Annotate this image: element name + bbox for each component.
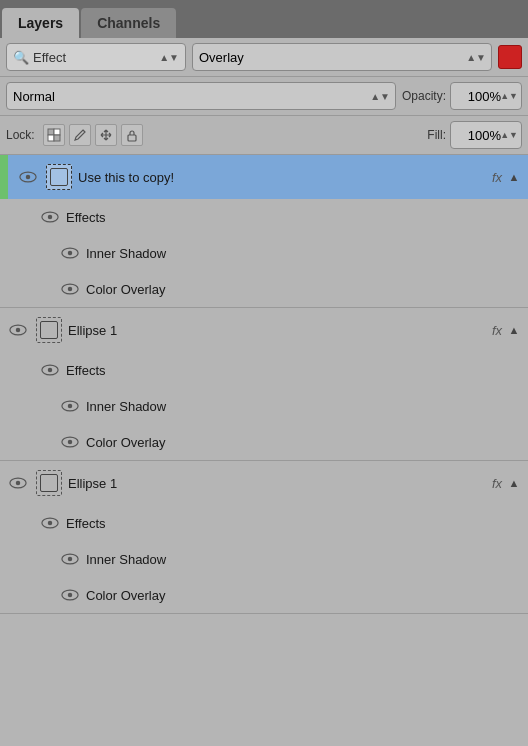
layer-visibility-1[interactable]: [16, 165, 40, 189]
effect-label-2-3: Color Overlay: [86, 435, 165, 450]
effect-label-2-1: Effects: [66, 363, 106, 378]
effect-visibility-2-2[interactable]: [60, 396, 80, 416]
toolbar-row1: 🔍 Effect ▲▼ Overlay Normal Multiply ▲▼: [0, 38, 528, 77]
layers-list: Use this to copy!fx▲ Effects Inner Shado…: [0, 155, 528, 614]
lock-icon: [125, 128, 139, 142]
effect-label-3-3: Color Overlay: [86, 588, 165, 603]
layer-thumbnail-2: [36, 317, 62, 343]
layer-thumbnail-1: [46, 164, 72, 190]
svg-point-16: [48, 368, 53, 373]
overlay-select-wrapper: Overlay Normal Multiply ▲▼: [192, 43, 492, 71]
svg-point-8: [48, 215, 53, 220]
effect-label-3-1: Effects: [66, 516, 106, 531]
svg-point-18: [68, 404, 73, 409]
effect-label-1-3: Color Overlay: [86, 282, 165, 297]
lock-transparency-button[interactable]: [43, 124, 65, 146]
svg-point-22: [16, 481, 21, 486]
blend-mode-select[interactable]: Normal Multiply Screen: [6, 82, 396, 110]
effect-label-2-2: Inner Shadow: [86, 399, 166, 414]
effect-visibility-1-3[interactable]: [60, 279, 80, 299]
effect-visibility-3-1[interactable]: [40, 513, 60, 533]
effect-row-1-3[interactable]: Color Overlay: [0, 271, 528, 307]
layer-group-3: Ellipse 1fx▲ Effects Inner Shadow Color …: [0, 461, 528, 614]
opacity-group: Opacity: ▲▼: [402, 82, 522, 110]
svg-rect-1: [54, 129, 60, 135]
layer-name-3: Ellipse 1: [68, 476, 492, 491]
effect-label-3-2: Inner Shadow: [86, 552, 166, 567]
red-button[interactable]: [498, 45, 522, 69]
toolbar-row2: Normal Multiply Screen ▲▼ Opacity: ▲▼: [0, 77, 528, 116]
svg-point-10: [68, 251, 73, 256]
tab-bar: Layers Channels: [0, 0, 528, 38]
effect-row-1-2[interactable]: Inner Shadow: [0, 235, 528, 271]
opacity-input-wrapper: ▲▼: [450, 82, 522, 110]
tab-channels[interactable]: Channels: [81, 8, 176, 38]
svg-point-12: [68, 287, 73, 292]
svg-point-28: [68, 593, 73, 598]
svg-rect-4: [128, 135, 136, 141]
blend-mode-wrapper: Normal Multiply Screen ▲▼: [6, 82, 396, 110]
layer-row-2[interactable]: Ellipse 1fx▲: [0, 308, 528, 352]
effect-label-1-2: Inner Shadow: [86, 246, 166, 261]
effect-visibility-3-2[interactable]: [60, 549, 80, 569]
svg-point-20: [68, 440, 73, 445]
effect-row-3-2[interactable]: Inner Shadow: [0, 541, 528, 577]
layer-visibility-2[interactable]: [6, 318, 30, 342]
layer-row-1[interactable]: Use this to copy!fx▲: [0, 155, 528, 199]
svg-point-24: [48, 521, 53, 526]
svg-rect-3: [54, 135, 60, 141]
layer-visibility-3[interactable]: [6, 471, 30, 495]
brush-icon: [73, 128, 87, 142]
opacity-input[interactable]: [450, 82, 522, 110]
lock-position-button[interactable]: [95, 124, 117, 146]
layer-group-1: Use this to copy!fx▲ Effects Inner Shado…: [0, 155, 528, 308]
fill-input[interactable]: [450, 121, 522, 149]
chevron-down-icon: ▲▼: [159, 52, 179, 63]
fx-badge-2: fx: [492, 323, 502, 338]
fx-badge-3: fx: [492, 476, 502, 491]
effect-label: Effect: [33, 50, 66, 65]
effect-visibility-3-3[interactable]: [60, 585, 80, 605]
svg-rect-2: [48, 135, 54, 141]
effect-row-2-1[interactable]: Effects: [0, 352, 528, 388]
effect-visibility-2-3[interactable]: [60, 432, 80, 452]
effect-row-3-3[interactable]: Color Overlay: [0, 577, 528, 613]
lock-image-button[interactable]: [69, 124, 91, 146]
effect-row-2-2[interactable]: Inner Shadow: [0, 388, 528, 424]
overlay-select[interactable]: Overlay Normal Multiply: [192, 43, 492, 71]
effect-visibility-2-1[interactable]: [40, 360, 60, 380]
toolbar-row3: Lock: Fill:: [0, 116, 528, 155]
green-accent: [0, 155, 8, 199]
lock-transparency-icon: [47, 128, 61, 142]
fill-group: Fill: ▲▼: [427, 121, 522, 149]
search-icon: 🔍: [13, 50, 29, 65]
effect-search-box[interactable]: 🔍 Effect ▲▼: [6, 43, 186, 71]
effect-row-2-3[interactable]: Color Overlay: [0, 424, 528, 460]
fx-badge-1: fx: [492, 170, 502, 185]
svg-point-26: [68, 557, 73, 562]
layer-thumbnail-3: [36, 470, 62, 496]
effect-row-1-1[interactable]: Effects: [0, 199, 528, 235]
svg-point-6: [26, 175, 31, 180]
effect-visibility-1-1[interactable]: [40, 207, 60, 227]
expand-arrow-3[interactable]: ▲: [506, 477, 522, 489]
effect-visibility-1-2[interactable]: [60, 243, 80, 263]
expand-arrow-2[interactable]: ▲: [506, 324, 522, 336]
lock-label: Lock:: [6, 128, 35, 142]
layer-group-2: Ellipse 1fx▲ Effects Inner Shadow Color …: [0, 308, 528, 461]
move-icon: [99, 128, 113, 142]
lock-all-button[interactable]: [121, 124, 143, 146]
layer-row-3[interactable]: Ellipse 1fx▲: [0, 461, 528, 505]
effect-label-1-1: Effects: [66, 210, 106, 225]
layer-name-1: Use this to copy!: [78, 170, 492, 185]
effect-row-3-1[interactable]: Effects: [0, 505, 528, 541]
tab-layers[interactable]: Layers: [2, 8, 79, 38]
opacity-label: Opacity:: [402, 89, 446, 103]
lock-icons-group: [43, 124, 422, 146]
svg-point-14: [16, 328, 21, 333]
expand-arrow-1[interactable]: ▲: [506, 171, 522, 183]
svg-rect-0: [48, 129, 54, 135]
fill-label: Fill:: [427, 128, 446, 142]
fill-input-wrapper: ▲▼: [450, 121, 522, 149]
layer-name-2: Ellipse 1: [68, 323, 492, 338]
